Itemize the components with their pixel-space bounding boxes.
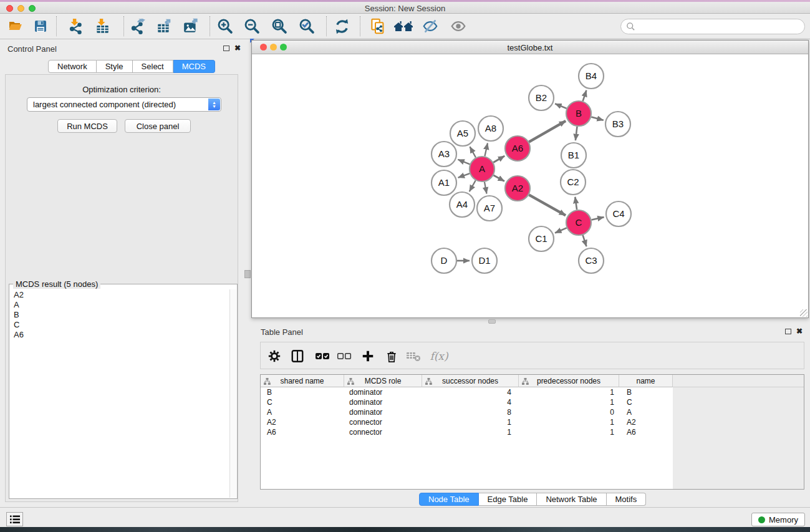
graph-edge-B-B3[interactable] xyxy=(591,117,604,120)
graph-edge-B-B1[interactable] xyxy=(576,127,577,140)
table-cell[interactable]: dominator xyxy=(344,397,422,407)
result-list-item[interactable]: A xyxy=(10,299,229,309)
open-session-icon[interactable] xyxy=(5,17,26,36)
network-canvas[interactable]: AA1A2A3A4A5A6A7A8BB1B2B3B4CC1C2C3C4DD1 xyxy=(252,54,808,317)
criterion-dropdown[interactable]: largest connected component (directed) ▲… xyxy=(27,97,221,112)
table-cell[interactable]: 4 xyxy=(422,387,519,397)
zoom-fit-icon[interactable] xyxy=(269,17,290,36)
column-header-name[interactable]: name xyxy=(619,375,673,387)
graph-edge-A2-C[interactable] xyxy=(529,195,566,215)
result-list-item[interactable]: A2 xyxy=(10,289,229,299)
run-mcds-button[interactable]: Run MCDS xyxy=(57,119,117,133)
table-cell[interactable]: connector xyxy=(344,417,422,427)
column-header-MCDS-role[interactable]: MCDS role xyxy=(344,375,422,387)
tab-motifs[interactable]: Motifs xyxy=(607,493,647,506)
float-panel-icon[interactable] xyxy=(223,46,229,51)
close-panel-icon[interactable]: ✖ xyxy=(234,45,241,51)
close-table-panel-icon[interactable]: ✖ xyxy=(796,328,803,334)
import-network-icon[interactable] xyxy=(65,17,86,36)
vertical-splitter-handle[interactable] xyxy=(244,270,251,278)
save-session-icon[interactable] xyxy=(30,17,51,36)
tab-select[interactable]: Select xyxy=(133,60,173,73)
gear-icon[interactable] xyxy=(266,347,283,365)
table-cell[interactable]: A6 xyxy=(619,427,673,437)
refresh-icon[interactable] xyxy=(331,17,352,36)
export-network-icon[interactable] xyxy=(127,17,148,36)
clear-checkboxes-icon[interactable] xyxy=(335,347,353,365)
add-column-icon[interactable] xyxy=(359,347,377,365)
tab-network[interactable]: Network xyxy=(48,60,97,73)
graph-edge-A-A5[interactable] xyxy=(470,147,476,157)
graph-edge-B-B2[interactable] xyxy=(555,104,566,109)
float-table-panel-icon[interactable] xyxy=(785,329,791,334)
tab-edge-table[interactable]: Edge Table xyxy=(479,493,538,506)
table-cell[interactable]: A xyxy=(619,407,673,417)
table-cell[interactable]: 1 xyxy=(519,427,619,437)
table-cell[interactable]: 8 xyxy=(422,407,519,417)
table-cell[interactable]: A2 xyxy=(619,417,673,427)
home-icon[interactable] xyxy=(393,17,414,36)
memory-button[interactable]: Memory xyxy=(751,513,805,526)
tab-style[interactable]: Style xyxy=(97,60,133,73)
graph-edge-A-A1[interactable] xyxy=(458,173,470,178)
import-table-icon[interactable] xyxy=(92,17,113,36)
hide-panels-icon[interactable] xyxy=(420,17,441,36)
tab-network-table[interactable]: Network Table xyxy=(537,493,606,506)
table-cell[interactable]: C xyxy=(261,397,344,407)
close-panel-button[interactable]: Close panel xyxy=(125,119,191,133)
table-cell[interactable]: 1 xyxy=(422,427,519,437)
table-cell[interactable]: B xyxy=(261,387,344,397)
table-row[interactable]: Adominator80A xyxy=(261,407,673,417)
delete-column-icon[interactable] xyxy=(383,347,400,365)
result-list-item[interactable]: B xyxy=(10,309,229,319)
horizontal-splitter-handle[interactable] xyxy=(488,319,496,324)
graph-edge-A-A2[interactable] xyxy=(493,175,504,181)
split-columns-icon[interactable] xyxy=(289,347,306,365)
column-header-predecessor-nodes[interactable]: predecessor nodes xyxy=(519,375,619,387)
graph-edge-A-A8[interactable] xyxy=(485,143,488,156)
graph-edge-A-A6[interactable] xyxy=(493,156,504,162)
delete-table-icon[interactable] xyxy=(405,347,422,365)
result-list-item[interactable]: A6 xyxy=(10,329,229,339)
show-panels-icon[interactable] xyxy=(448,17,469,36)
table-cell[interactable]: C xyxy=(619,397,673,407)
search-input[interactable] xyxy=(635,21,804,33)
export-image-icon[interactable] xyxy=(180,17,201,36)
table-row[interactable]: A2connector11A2 xyxy=(261,417,673,427)
table-cell[interactable]: A6 xyxy=(261,427,344,437)
column-header-successor-nodes[interactable]: successor nodes xyxy=(422,375,519,387)
window-resize-grip[interactable] xyxy=(800,309,808,317)
graph-edge-C-C2[interactable] xyxy=(575,197,577,210)
zoom-out-icon[interactable] xyxy=(241,17,263,36)
table-row[interactable]: Cdominator41C xyxy=(261,397,673,407)
table-cell[interactable]: dominator xyxy=(344,387,422,397)
select-all-checkboxes-icon[interactable] xyxy=(314,347,331,365)
zoom-in-icon[interactable] xyxy=(215,17,236,36)
result-scrollbar[interactable] xyxy=(229,289,236,498)
table-cell[interactable]: A2 xyxy=(261,417,344,427)
mcds-result-list[interactable]: A2ABCA6 xyxy=(10,289,229,498)
table-cell[interactable]: 1 xyxy=(519,397,619,407)
table-cell[interactable]: dominator xyxy=(344,407,422,417)
table-cell[interactable]: A xyxy=(261,407,344,417)
export-table-icon[interactable] xyxy=(153,17,175,36)
graph-edge-A-A3[interactable] xyxy=(458,160,470,165)
table-cell[interactable]: B xyxy=(619,387,673,397)
table-cell[interactable]: 1 xyxy=(519,417,619,427)
function-builder-icon[interactable]: f(x) xyxy=(427,347,451,365)
graph-edge-B-B4[interactable] xyxy=(583,90,587,101)
table-row[interactable]: Bdominator41B xyxy=(261,387,673,397)
tab-node-table[interactable]: Node Table xyxy=(419,493,479,506)
table-cell[interactable]: 1 xyxy=(422,417,519,427)
table-cell[interactable]: 1 xyxy=(519,387,619,397)
graph-edge-C-C3[interactable] xyxy=(583,235,587,246)
task-history-button[interactable] xyxy=(6,512,23,526)
column-header-shared-name[interactable]: shared name xyxy=(261,375,344,387)
result-list-item[interactable]: C xyxy=(10,319,229,329)
graph-edge-C-C1[interactable] xyxy=(555,228,567,233)
graph-edge-A-A4[interactable] xyxy=(470,180,476,191)
table-cell[interactable]: 4 xyxy=(422,397,519,407)
network-window-titlebar[interactable]: testGlobe.txt xyxy=(252,41,808,54)
table-cell[interactable]: 0 xyxy=(519,407,619,417)
copy-network-icon[interactable] xyxy=(367,17,388,36)
